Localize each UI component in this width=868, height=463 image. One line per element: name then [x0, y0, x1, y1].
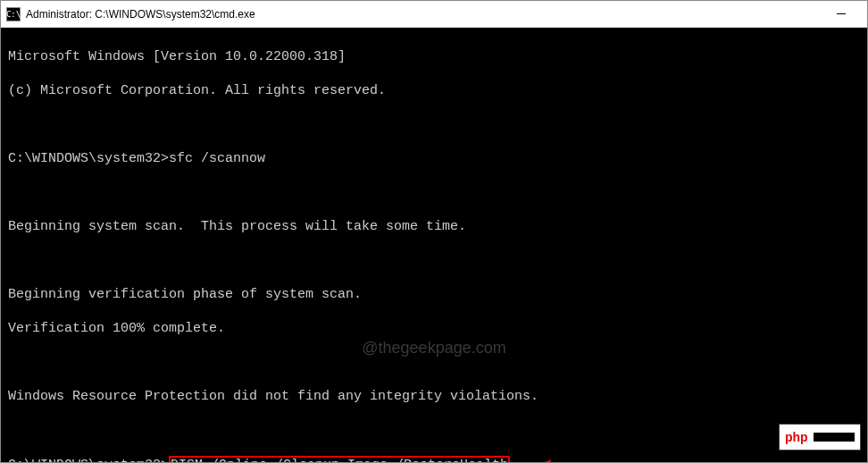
copyright-line: (c) Microsoft Corporation. All rights re… [8, 82, 860, 99]
blank-line [8, 116, 860, 133]
source-badge: php [779, 424, 861, 450]
prompt-line-2: C:\WINDOWS\system32>DISM /Online /Cleanu… [8, 456, 860, 463]
prompt-path: C:\WINDOWS\system32> [8, 151, 169, 166]
window-title: Administrator: C:\WINDOWS\system32\cmd.e… [26, 8, 821, 21]
svg-marker-2 [540, 459, 551, 463]
minimize-button[interactable] [821, 1, 862, 28]
cmd-icon: C:\ [6, 7, 21, 21]
blank-line [8, 354, 860, 371]
minimize-icon [837, 13, 846, 14]
badge-label: php [785, 430, 808, 444]
blank-line [8, 184, 860, 201]
highlighted-command: DISM /Online /Cleanup-Image /RestoreHeal… [169, 456, 510, 463]
svg-rect-0 [837, 13, 846, 14]
sfc-result-line: Windows Resource Protection did not find… [8, 388, 860, 405]
prompt-line-1: C:\WINDOWS\system32>sfc /scannow [8, 150, 860, 167]
titlebar: C:\ Administrator: C:\WINDOWS\system32\c… [1, 1, 867, 28]
annotation-arrow [540, 458, 581, 463]
version-line: Microsoft Windows [Version 10.0.22000.31… [8, 48, 860, 65]
command-sfc: sfc /scannow [169, 151, 265, 166]
window-controls [821, 1, 862, 28]
verification-complete-line: Verification 100% complete. [8, 320, 860, 337]
blank-line [8, 422, 860, 439]
prompt-path: C:\WINDOWS\system32> [8, 458, 169, 463]
verification-begin-line: Beginning verification phase of system s… [8, 286, 860, 303]
blank-line [8, 252, 860, 269]
scan-begin-line: Beginning system scan. This process will… [8, 218, 860, 235]
terminal-output[interactable]: Microsoft Windows [Version 10.0.22000.31… [1, 28, 867, 463]
badge-bar-icon [814, 433, 855, 442]
